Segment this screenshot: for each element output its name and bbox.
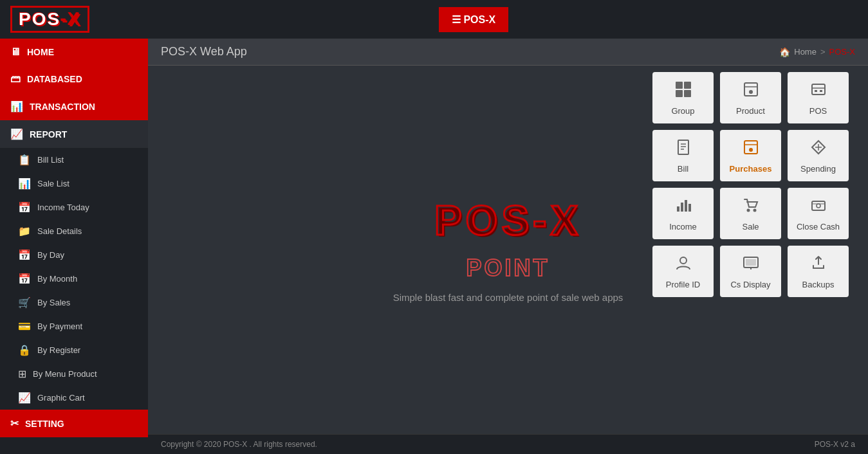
- sidebar-item-home[interactable]: 🖥 HOME: [0, 39, 148, 66]
- by-menu-product-icon: ⊞: [18, 368, 26, 380]
- svg-rect-21: [681, 203, 683, 212]
- sidebar-sub-by-sales[interactable]: 🛒 By Sales: [0, 291, 148, 314]
- quick-btn-purchases[interactable]: Purchases: [720, 130, 781, 181]
- sidebar-item-report[interactable]: 📈 REPORT: [0, 120, 148, 148]
- logo: POS-X: [10, 6, 89, 33]
- sidebar-item-setting-label: SETTING: [25, 419, 64, 429]
- footer-version: POS-X v2 a: [815, 440, 855, 449]
- sidebar-sub-by-sales-label: By Sales: [37, 298, 70, 307]
- quick-btn-profile-id-label: Profile ID: [666, 280, 700, 289]
- sidebar-item-databased[interactable]: 🗃 DATABASED: [0, 66, 148, 93]
- sidebar-sub-sale-list[interactable]: 📊 Sale List: [0, 172, 148, 195]
- svg-rect-22: [685, 200, 687, 212]
- quick-btn-sale[interactable]: Sale: [720, 188, 781, 239]
- hero-subtitle: Simple blast fast and complete point of …: [393, 292, 623, 303]
- sidebar-item-databased-label: DATABASED: [27, 74, 82, 84]
- report-icon: 📈: [10, 128, 23, 140]
- sidebar-sub-sale-details-label: Sale Details: [37, 226, 82, 236]
- quick-btn-bill-label: Bill: [678, 164, 688, 174]
- breadcrumb-current: POS-X: [829, 47, 855, 57]
- quick-btn-close-cash-label: Close Cash: [797, 222, 840, 232]
- product-icon: [742, 80, 760, 102]
- svg-rect-26: [812, 201, 825, 210]
- quick-btn-income[interactable]: Income: [652, 188, 714, 239]
- sidebar-item-transaction-label: TRANSACTION: [30, 102, 95, 112]
- sidebar-sub-by-menu-product-label: By Menu Product: [33, 369, 97, 379]
- quick-btn-close-cash[interactable]: Close Cash: [788, 188, 849, 239]
- databased-icon: 🗃: [10, 73, 21, 85]
- svg-point-25: [753, 208, 756, 212]
- sidebar-sub-by-day[interactable]: 📅 By Day: [0, 243, 148, 267]
- main-container: 🖥 HOME 🗃 DATABASED 📊 TRANSACTION 📈 REPOR…: [0, 39, 868, 454]
- sidebar-sub-bill-list-label: Bill List: [37, 155, 64, 165]
- quick-btn-bill[interactable]: Bill: [652, 130, 714, 181]
- transaction-icon: 📊: [10, 100, 23, 113]
- hero-logo: POS-X: [434, 197, 582, 244]
- sidebar-sub-by-moonth[interactable]: 📅 By Moonth: [0, 267, 148, 291]
- sidebar-sub-income-today-label: Income Today: [37, 203, 89, 212]
- breadcrumb-separator: >: [820, 47, 826, 57]
- sidebar-sub-by-moonth-label: By Moonth: [37, 274, 77, 284]
- by-day-icon: 📅: [18, 249, 31, 261]
- sidebar: 🖥 HOME 🗃 DATABASED 📊 TRANSACTION 📈 REPOR…: [0, 39, 148, 454]
- svg-point-6: [749, 90, 753, 94]
- sidebar-item-setting[interactable]: ✂ SETTING: [0, 410, 148, 437]
- sidebar-sub-bill-list[interactable]: 📋 Bill List: [0, 148, 148, 172]
- quick-btn-cs-display-label: Cs Display: [730, 280, 770, 289]
- sidebar-sub-sale-list-label: Sale List: [37, 179, 69, 188]
- svg-rect-1: [684, 82, 691, 89]
- quick-btn-purchases-label: Purchases: [730, 164, 772, 174]
- sidebar-item-transaction[interactable]: 📊 TRANSACTION: [0, 93, 148, 120]
- sidebar-sub-income-today[interactable]: 📅 Income Today: [0, 195, 148, 219]
- spending-icon: [809, 138, 827, 160]
- quick-btn-pos-label: POS: [809, 106, 827, 116]
- by-sales-icon: 🛒: [18, 296, 31, 309]
- sidebar-item-report-label: REPORT: [30, 129, 67, 140]
- sale-list-icon: 📊: [18, 177, 31, 190]
- svg-rect-33: [746, 259, 756, 266]
- sale-icon: [742, 196, 760, 218]
- quick-btn-profile-id[interactable]: Profile ID: [652, 246, 714, 297]
- menu-toggle-button[interactable]: ☰ POS-X: [439, 7, 508, 32]
- sidebar-sub-sale-details[interactable]: 📁 Sale Details: [0, 219, 148, 243]
- purchases-icon: [742, 138, 760, 160]
- quick-access-grid: Group Product: [652, 72, 849, 297]
- quick-btn-spending[interactable]: Spending: [788, 130, 849, 181]
- quick-btn-income-label: Income: [669, 222, 697, 232]
- income-today-icon: 📅: [18, 201, 31, 213]
- quick-btn-backups[interactable]: Backups: [788, 246, 849, 297]
- quick-btn-backups-label: Backups: [802, 280, 835, 289]
- svg-rect-0: [676, 82, 683, 89]
- top-center: ☰ POS-X: [89, 7, 858, 32]
- home-icon: 🖥: [10, 46, 21, 58]
- page-content: POS-X Web App 🏠 Home > POS-X POS-X POINT…: [148, 39, 868, 454]
- graphic-cart-icon: 📈: [18, 392, 31, 404]
- svg-rect-23: [688, 204, 691, 212]
- sidebar-item-home-label: HOME: [27, 47, 54, 57]
- hero-point-text: POINT: [466, 255, 549, 282]
- logo-area: POS-X: [10, 6, 89, 33]
- svg-rect-10: [820, 90, 822, 92]
- svg-rect-3: [684, 90, 691, 97]
- breadcrumb: 🏠 Home > POS-X: [779, 47, 855, 57]
- quick-btn-group[interactable]: Group: [652, 72, 714, 123]
- sidebar-sub-by-payment[interactable]: 💳 By Payment: [0, 314, 148, 338]
- breadcrumb-home-link[interactable]: Home: [794, 47, 817, 57]
- quick-btn-cs-display[interactable]: Cs Display: [720, 246, 781, 297]
- sale-details-icon: 📁: [18, 225, 31, 237]
- svg-point-27: [817, 204, 820, 208]
- profile-id-icon: [674, 254, 692, 276]
- bill-list-icon: 📋: [18, 154, 31, 166]
- hero-area: POS-X POINT Simple blast fast and comple…: [393, 197, 623, 303]
- cs-display-icon: [742, 254, 760, 276]
- svg-rect-7: [812, 84, 825, 95]
- sidebar-sub-by-menu-product[interactable]: ⊞ By Menu Product: [0, 362, 148, 386]
- sidebar-sub-by-register[interactable]: 🔒 By Register: [0, 338, 148, 362]
- by-register-icon: 🔒: [18, 344, 31, 356]
- quick-btn-pos[interactable]: POS: [788, 72, 849, 123]
- quick-btn-product[interactable]: Product: [720, 72, 781, 123]
- top-bar: POS-X ☰ POS-X: [0, 0, 868, 39]
- sidebar-sub-graphic-cart[interactable]: 📈 Graphic Cart: [0, 386, 148, 410]
- setting-icon: ✂: [10, 417, 19, 430]
- sidebar-sub-by-day-label: By Day: [37, 250, 64, 260]
